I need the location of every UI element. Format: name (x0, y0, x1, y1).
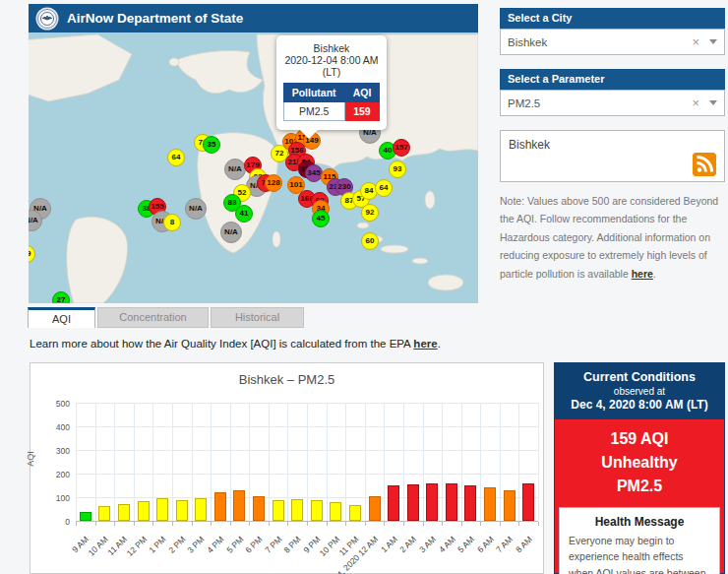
popup-table: Pollutant AQI PM2.5 159 (283, 83, 381, 121)
map-marker[interactable]: 92 (361, 204, 379, 222)
chart-bar[interactable] (311, 500, 323, 521)
chart-bar[interactable] (253, 496, 265, 521)
chart-x-tick (287, 522, 288, 526)
chart-bar[interactable] (484, 487, 496, 521)
map-marker[interactable]: N/A (224, 159, 246, 180)
chart-bar[interactable] (156, 498, 168, 521)
chart-x-tick (172, 522, 173, 526)
tab-historical[interactable]: Historical (211, 307, 304, 328)
chart-bar[interactable] (446, 483, 457, 521)
chart-vertical-gridline (384, 403, 385, 521)
map-marker[interactable]: N/A (185, 198, 207, 220)
map-marker[interactable]: 64 (167, 149, 185, 166)
city-select[interactable]: Bishkek × (500, 29, 725, 55)
epa-here-link[interactable]: here (413, 338, 437, 350)
health-message-title: Health Message (569, 515, 710, 529)
chart-bar[interactable] (504, 490, 516, 521)
chart-x-tick (192, 522, 193, 526)
chart-bar[interactable] (233, 490, 245, 521)
chart-bar[interactable] (195, 498, 207, 521)
note-here-link[interactable]: here (632, 268, 653, 280)
current-conditions-header: Current Conditions observed at Dec 4, 20… (555, 363, 724, 419)
parameter-select[interactable]: PM2.5 × (500, 90, 725, 116)
chart-x-axis-line (76, 521, 538, 522)
parameter-select-value: PM2.5 (508, 97, 692, 109)
chart-bar[interactable] (349, 505, 361, 521)
chart-horizontal-gridline (76, 474, 538, 475)
map-marker[interactable]: 41 (235, 205, 253, 223)
tab-aqi[interactable]: AQI (28, 307, 95, 328)
chart-x-tick (327, 522, 328, 526)
chart-x-tick (249, 522, 250, 526)
popup-aqi-value: 159 (344, 102, 380, 121)
city-select-value: Bishkek (508, 36, 692, 48)
chart-bar[interactable] (388, 485, 399, 521)
chart-bar[interactable] (330, 502, 341, 521)
chart-vertical-gridline (442, 403, 443, 521)
map-marker[interactable]: 93 (389, 160, 406, 178)
chart-x-tick (538, 522, 539, 526)
map-marker[interactable]: 60 (361, 232, 379, 250)
parameter-caret-icon[interactable] (709, 100, 717, 105)
popup-pollutant-value: PM2.5 (283, 102, 344, 121)
app-title: AirNow Department of State (67, 11, 243, 26)
chart-horizontal-gridline (76, 426, 538, 427)
map-marker[interactable]: 64 (375, 179, 393, 197)
chart-vertical-gridline (403, 403, 404, 521)
chart-y-tick-label: 500 (32, 399, 70, 409)
map-marker[interactable]: 35 (203, 136, 220, 154)
map-marker[interactable]: N/A (220, 222, 242, 243)
tab-concentration[interactable]: Concentration (97, 307, 209, 328)
chart-bar[interactable] (369, 496, 381, 521)
city-clear-icon[interactable]: × (692, 34, 699, 49)
chart-bar[interactable] (522, 483, 534, 521)
chart-bar[interactable] (118, 504, 130, 521)
chart-bar[interactable] (138, 501, 150, 521)
map-marker[interactable]: 157 (393, 139, 410, 157)
chart-vertical-gridline (114, 403, 115, 521)
city-caret-icon[interactable] (709, 39, 717, 44)
chart-vertical-gridline (249, 403, 250, 521)
popup-timezone: (LT) (280, 66, 383, 78)
select-parameter-header: Select a Parameter (500, 69, 725, 90)
sidebar: Select a City Bishkek × Select a Paramet… (500, 8, 725, 283)
health-message-box: Health Message Everyone may begin to exp… (559, 507, 720, 574)
chart-bar[interactable] (464, 485, 476, 521)
observed-at-datetime: Dec 4, 2020 8:00 AM (LT) (559, 398, 720, 412)
note-after: . (653, 268, 656, 280)
chart-x-label-text: 8 AM (514, 534, 534, 554)
current-aqi-category: Unhealthy (555, 451, 724, 475)
chart-x-tick (76, 522, 77, 526)
chart-vertical-gridline (95, 403, 96, 521)
chart-vertical-gridline (538, 403, 539, 521)
chart-bar[interactable] (80, 512, 91, 521)
chart-bar[interactable] (214, 492, 226, 521)
aqi-world-map[interactable]: 733564N/A1797210211414915621154357345115… (29, 32, 478, 303)
chart-bar[interactable] (273, 500, 284, 521)
current-aqi-value: 159 AQI (555, 427, 724, 451)
parameter-clear-icon[interactable]: × (692, 96, 699, 110)
chart-bar[interactable] (291, 499, 303, 521)
chart-x-tick (500, 522, 501, 526)
map-marker[interactable]: 345 (305, 164, 323, 182)
chart-bar[interactable] (98, 506, 110, 521)
map-marker[interactable]: 27 (52, 291, 70, 303)
rss-box: Bishkek (500, 130, 725, 182)
current-conditions-panel: Current Conditions observed at Dec 4, 20… (554, 362, 725, 574)
chart-y-tick-label: 100 (32, 493, 70, 503)
chart-vertical-gridline (211, 403, 212, 521)
chart-vertical-gridline (192, 403, 193, 521)
chart-vertical-gridline (327, 403, 328, 521)
chart-vertical-gridline (287, 403, 288, 521)
map-marker[interactable]: 128 (265, 174, 282, 192)
chart-x-tick (384, 522, 385, 526)
chart-bar[interactable] (176, 500, 188, 521)
map-marker[interactable]: 45 (312, 210, 330, 227)
chart-bar[interactable] (407, 484, 419, 521)
chart-vertical-gridline (480, 403, 481, 521)
rss-icon[interactable] (693, 153, 716, 176)
chart-vertical-gridline (518, 403, 519, 521)
chart-bar[interactable] (426, 483, 438, 521)
map-marker[interactable]: 8 (163, 214, 181, 231)
beyond-aqi-note: Note: Values above 500 are considered Be… (500, 192, 725, 283)
